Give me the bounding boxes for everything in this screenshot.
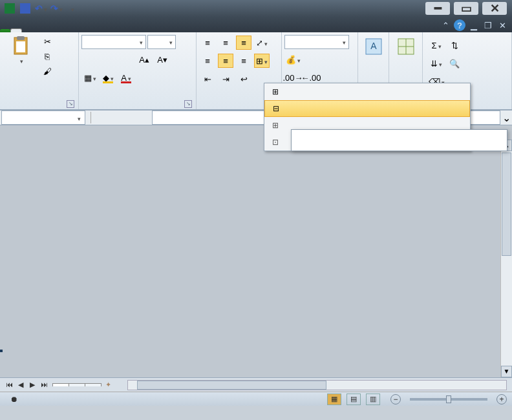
- ribbon-tabs: ⌃ ? ▁ ❐ ✕: [0, 17, 512, 32]
- percent-button[interactable]: [303, 52, 319, 67]
- sheet-prev-icon[interactable]: ◀: [16, 381, 26, 389]
- scroll-down-button[interactable]: ▼: [501, 366, 512, 377]
- font-name-combo[interactable]: [81, 35, 146, 49]
- paste-button[interactable]: [3, 34, 39, 105]
- scroll-thumb[interactable]: [502, 152, 511, 256]
- merge-button[interactable]: ⊞: [254, 54, 270, 68]
- thousands-button[interactable]: [321, 52, 337, 67]
- excel-icon[interactable]: [3, 2, 17, 15]
- orientation-button[interactable]: ⤢: [254, 36, 270, 50]
- zoom-out-button[interactable]: −: [390, 394, 401, 404]
- merge-center-item[interactable]: ⊞: [264, 83, 470, 100]
- borders-button[interactable]: ▦: [82, 70, 98, 85]
- currency-button[interactable]: 💰: [285, 52, 301, 67]
- cells-button[interactable]: [397, 37, 415, 58]
- svg-text:A: A: [370, 41, 377, 51]
- increase-indent-button[interactable]: ⇥: [218, 72, 233, 86]
- sheet-tab-2[interactable]: [69, 383, 85, 386]
- page-break-view-button[interactable]: ▥: [366, 394, 380, 405]
- merge-cells-icon: ⊞: [268, 120, 283, 131]
- number-format-combo[interactable]: [284, 35, 349, 49]
- status-bar: ⏺ ▦ ▤ ▥ − +: [0, 392, 512, 406]
- name-box[interactable]: [1, 110, 85, 125]
- new-sheet-button[interactable]: ✦: [101, 381, 114, 389]
- svg-rect-1: [17, 36, 25, 40]
- close-button[interactable]: ✕: [482, 2, 507, 15]
- minimize-button[interactable]: ━: [425, 2, 450, 15]
- merge-tooltip: [291, 129, 507, 151]
- window-controls: ━ ▭ ✕: [425, 2, 512, 15]
- align-bottom-button[interactable]: ≡: [236, 36, 251, 50]
- zoom-in-button[interactable]: +: [496, 394, 507, 404]
- vertical-scrollbar[interactable]: ▲ ▼: [500, 140, 512, 377]
- font-size-combo[interactable]: [147, 35, 176, 49]
- normal-view-button[interactable]: ▦: [327, 394, 341, 405]
- fill-button[interactable]: ⇊: [429, 56, 444, 70]
- sheet-tab-1[interactable]: [52, 383, 69, 386]
- clipboard-expander-icon[interactable]: ↘: [67, 100, 74, 108]
- group-font: A▴ A▾ ▦ ◆ A ↘: [79, 32, 197, 109]
- sheet-tab-bar: ⏮ ◀ ▶ ⏭ ✦: [0, 377, 512, 392]
- grow-font-button[interactable]: A▴: [136, 52, 152, 67]
- sheet-next-icon[interactable]: ▶: [27, 381, 37, 389]
- svg-rect-2: [16, 41, 25, 52]
- shrink-font-button[interactable]: A▾: [155, 52, 170, 67]
- font-expander-icon[interactable]: ↘: [184, 100, 192, 108]
- zoom-slider[interactable]: [410, 398, 487, 401]
- undo-button[interactable]: ↶: [34, 2, 48, 15]
- sheet-nav: ⏮ ◀ ▶ ⏭: [0, 381, 53, 389]
- sort-filter-button[interactable]: ⇅: [447, 38, 462, 52]
- workbook-minimize-icon[interactable]: ▁: [468, 19, 480, 31]
- save-button[interactable]: [18, 2, 32, 15]
- styles-button[interactable]: A: [365, 37, 383, 58]
- unmerge-icon: ⊡: [268, 136, 283, 148]
- formula-expand-icon[interactable]: ⌄: [500, 112, 512, 124]
- titlebar: ↶ ↷ ━ ▭ ✕: [0, 0, 512, 17]
- sheet-first-icon[interactable]: ⏮: [4, 381, 14, 389]
- workbook-restore-icon[interactable]: ❐: [482, 19, 494, 31]
- selection-border: [0, 350, 3, 352]
- cut-button[interactable]: ✂: [39, 34, 55, 48]
- font-color-button[interactable]: A: [118, 70, 134, 85]
- redo-button[interactable]: ↷: [49, 2, 63, 15]
- workbook-close-icon[interactable]: ✕: [496, 19, 508, 31]
- h-scroll-thumb[interactable]: [137, 381, 326, 390]
- autosum-button[interactable]: Σ: [429, 38, 444, 52]
- align-middle-button[interactable]: ≡: [218, 36, 233, 50]
- worksheet-grid[interactable]: ▲ ▼: [0, 125, 512, 377]
- italic-button[interactable]: [100, 52, 116, 67]
- macro-record-icon[interactable]: ⏺: [10, 395, 18, 404]
- underline-button[interactable]: [118, 52, 134, 67]
- align-center-button[interactable]: ≡: [218, 54, 233, 68]
- wrap-text-button[interactable]: ↩: [236, 72, 251, 86]
- help-icon[interactable]: ?: [454, 19, 465, 31]
- quick-access-toolbar: ↶ ↷: [0, 2, 81, 15]
- merge-across-item[interactable]: ⊟: [264, 100, 470, 117]
- sheet-tab-3[interactable]: [85, 383, 101, 386]
- decrease-indent-button[interactable]: ⇤: [200, 72, 215, 86]
- align-top-button[interactable]: ≡: [200, 36, 215, 50]
- maximize-button[interactable]: ▭: [454, 2, 478, 15]
- format-painter-button[interactable]: 🖌: [39, 64, 55, 78]
- page-layout-view-button[interactable]: ▤: [347, 394, 361, 405]
- copy-button[interactable]: ⎘: [39, 49, 55, 63]
- qat-customize-icon[interactable]: [65, 2, 79, 15]
- horizontal-scrollbar[interactable]: [127, 380, 507, 390]
- merge-center-icon: ⊞: [268, 86, 283, 98]
- align-right-button[interactable]: ≡: [236, 54, 251, 68]
- group-clipboard: ✂ ⎘ 🖌 ↘: [0, 32, 79, 109]
- sheet-last-icon[interactable]: ⏭: [39, 381, 49, 389]
- bold-button[interactable]: [82, 52, 98, 67]
- merge-across-icon: ⊟: [269, 103, 283, 114]
- ribbon-minimize-icon[interactable]: ⌃: [440, 19, 451, 31]
- find-button[interactable]: 🔍: [447, 56, 462, 70]
- align-left-button[interactable]: ≡: [200, 54, 215, 68]
- fill-color-button[interactable]: ◆: [100, 70, 116, 85]
